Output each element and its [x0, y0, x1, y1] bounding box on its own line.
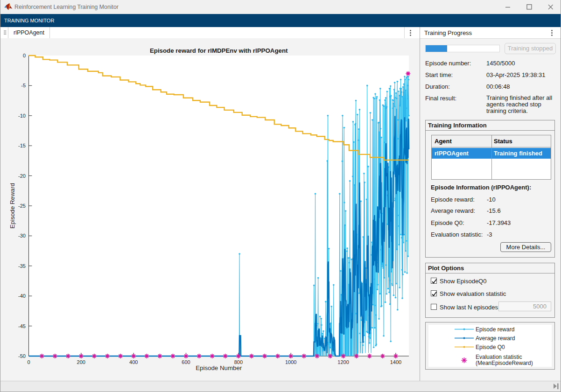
svg-text:600: 600 — [182, 359, 190, 365]
svg-text:200: 200 — [77, 359, 85, 365]
svg-text:1200: 1200 — [337, 359, 349, 365]
svg-text:Episode Number: Episode Number — [196, 364, 242, 371]
svg-text:-35: -35 — [18, 263, 26, 269]
svg-text:-20: -20 — [18, 173, 26, 179]
svg-text:0: 0 — [23, 53, 26, 58]
svg-text:400: 400 — [129, 359, 138, 365]
svg-text:1000: 1000 — [285, 359, 296, 365]
svg-text:0: 0 — [27, 359, 30, 365]
svg-text:Episode reward for rlMDPEnv wi: Episode reward for rlMDPEnv with rlPPOAg… — [150, 47, 288, 54]
svg-text:1400: 1400 — [390, 359, 401, 365]
svg-text:-10: -10 — [18, 113, 26, 119]
svg-text:-45: -45 — [18, 323, 26, 329]
svg-text:-5: -5 — [21, 83, 26, 88]
svg-text:-25: -25 — [18, 203, 26, 209]
svg-text:-15: -15 — [18, 143, 26, 148]
svg-text:-40: -40 — [18, 293, 26, 299]
svg-text:-30: -30 — [18, 233, 26, 238]
svg-text:Episode Reward: Episode Reward — [9, 183, 16, 229]
svg-text:-50: -50 — [18, 353, 26, 359]
